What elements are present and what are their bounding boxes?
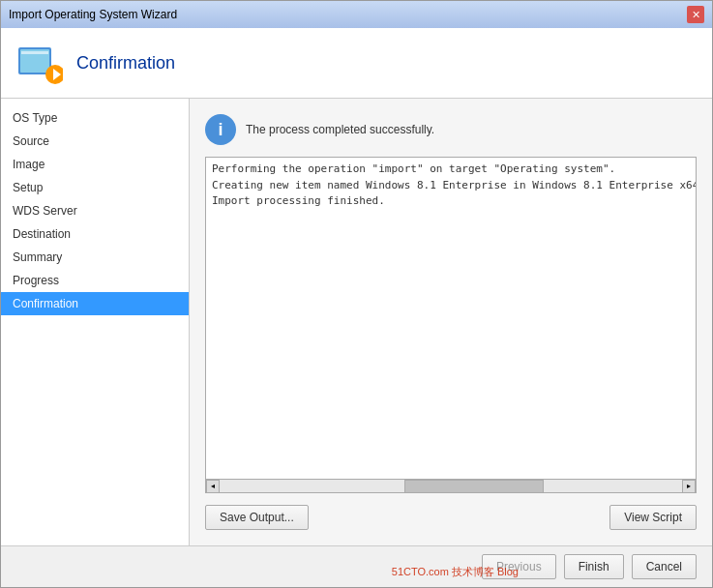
page-title: Confirmation	[76, 53, 175, 74]
sidebar-item-wdsserver[interactable]: WDS Server	[1, 199, 189, 222]
scroll-right-button[interactable]: ▸	[682, 480, 696, 493]
success-row: i The process completed successfully.	[205, 114, 697, 145]
close-button[interactable]: ✕	[687, 6, 704, 23]
main-window: Import Operating System Wizard ✕ Confirm…	[0, 0, 713, 588]
header-area: Confirmation	[1, 28, 712, 99]
watermark: 51CTO.com 技术博客 Blog	[392, 565, 519, 579]
sidebar-item-progress[interactable]: Progress	[1, 269, 189, 292]
success-message: The process completed successfully.	[246, 123, 434, 136]
cancel-button[interactable]: Cancel	[632, 554, 697, 579]
title-bar: Import Operating System Wizard ✕	[1, 1, 712, 28]
finish-button[interactable]: Finish	[564, 554, 624, 579]
sidebar-item-source[interactable]: Source	[1, 130, 189, 153]
sidebar-item-ostype[interactable]: OS Type	[1, 106, 189, 130]
scrollbar-thumb[interactable]	[404, 480, 543, 493]
svg-rect-2	[21, 51, 48, 54]
window-title: Import Operating System Wizard	[9, 8, 177, 21]
scrollbar-track[interactable]	[220, 480, 682, 493]
log-output[interactable]: Performing the operation "import" on tar…	[206, 158, 696, 479]
log-area-wrapper: Performing the operation "import" on tar…	[205, 157, 697, 493]
horizontal-scrollbar[interactable]: ◂ ▸	[206, 479, 696, 492]
sidebar-item-confirmation[interactable]: Confirmation	[1, 292, 189, 315]
sidebar: OS Type Source Image Setup WDS Server De…	[1, 99, 190, 545]
sidebar-item-destination[interactable]: Destination	[1, 222, 189, 246]
scroll-left-button[interactable]: ◂	[206, 480, 220, 493]
sidebar-item-summary[interactable]: Summary	[1, 246, 189, 269]
main-panel: i The process completed successfully. Pe…	[190, 99, 712, 545]
action-button-row: Save Output... View Script	[205, 505, 697, 530]
wizard-icon	[16, 40, 63, 86]
save-output-button[interactable]: Save Output...	[205, 505, 309, 530]
view-script-button[interactable]: View Script	[609, 505, 697, 530]
footer: 51CTO.com 技术博客 Blog Previous Finish Canc…	[1, 545, 712, 587]
content-area: OS Type Source Image Setup WDS Server De…	[1, 99, 712, 545]
sidebar-item-image[interactable]: Image	[1, 153, 189, 176]
info-icon: i	[205, 114, 236, 145]
sidebar-item-setup[interactable]: Setup	[1, 176, 189, 199]
